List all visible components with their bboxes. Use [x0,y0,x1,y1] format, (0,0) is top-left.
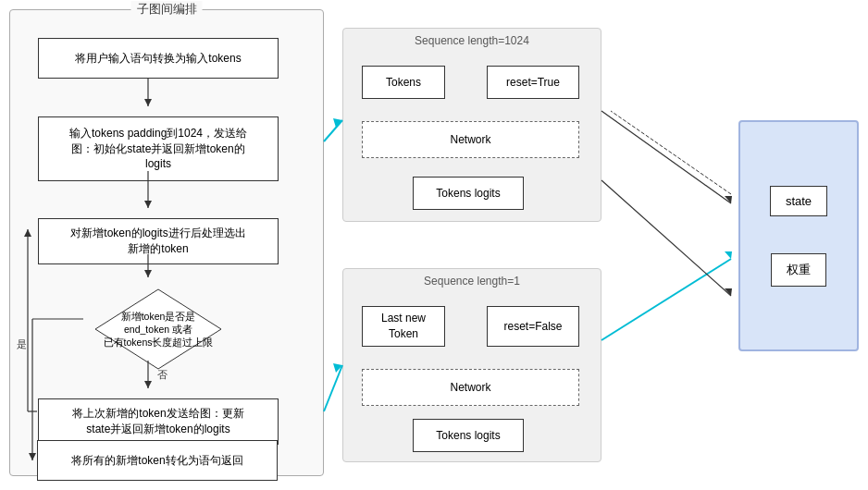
left-title: 子图间编排 [131,1,203,18]
top-logits-box: Tokens logits [413,177,524,210]
bot-mid-section: Sequence length=1 Last new Token reset=F… [342,268,601,462]
weight-box: 权重 [771,253,826,287]
yes-label: 是 [17,337,27,351]
right-section: state 权重 [738,120,859,351]
svg-line-20 [601,111,731,203]
svg-line-18 [324,365,342,411]
flow-box-3: 对新增token的logits进行后处理选出 新增的token [38,218,279,264]
no-label: 否 [157,368,167,382]
top-mid-title: Sequence length=1024 [415,34,529,47]
state-box: state [770,186,827,216]
svg-marker-23 [725,251,732,259]
bot-mid-title: Sequence length=1 [424,275,520,288]
diamond-text: 新增token是否是 end_token 或者 已有tokens长度超过上限 [104,310,214,349]
diamond-decision: 新增token是否是 end_token 或者 已有tokens长度超过上限 [93,288,223,371]
svg-line-16 [324,120,342,141]
flow-box-2: 输入tokens padding到1024，发送给 图：初始化state并返回新… [38,116,279,181]
flow-box-4: 将上次新增的token发送给图：更新 state并返回新增token的logit… [38,398,279,445]
svg-marker-21 [725,196,732,203]
svg-marker-26 [725,288,732,296]
top-tokens-box: Tokens [362,66,445,99]
flow-box-1: 将用户输入语句转换为输入tokens [38,38,279,79]
top-network-box: Network [362,121,579,158]
diagram: 子图间编排 将用户输入语句转换为输入tokens 输入tokens paddin… [0,0,868,490]
bot-logits-box: Tokens logits [413,419,524,452]
flow-box-5-real: 将所有的新增token转化为语句返回 [37,440,278,481]
bot-tokens-box: Last new Token [362,306,445,347]
top-mid-section: Sequence length=1024 Tokens reset=True N… [342,28,601,222]
svg-line-25 [601,180,731,296]
left-section: 子图间编排 将用户输入语句转换为输入tokens 输入tokens paddin… [9,9,324,476]
top-reset-box: reset=True [487,66,579,99]
svg-marker-19 [333,363,342,373]
svg-marker-17 [333,118,342,128]
bot-network-box: Network [362,369,579,406]
svg-line-24 [611,111,731,194]
svg-line-22 [601,259,731,340]
bot-reset-box: reset=False [487,306,579,347]
